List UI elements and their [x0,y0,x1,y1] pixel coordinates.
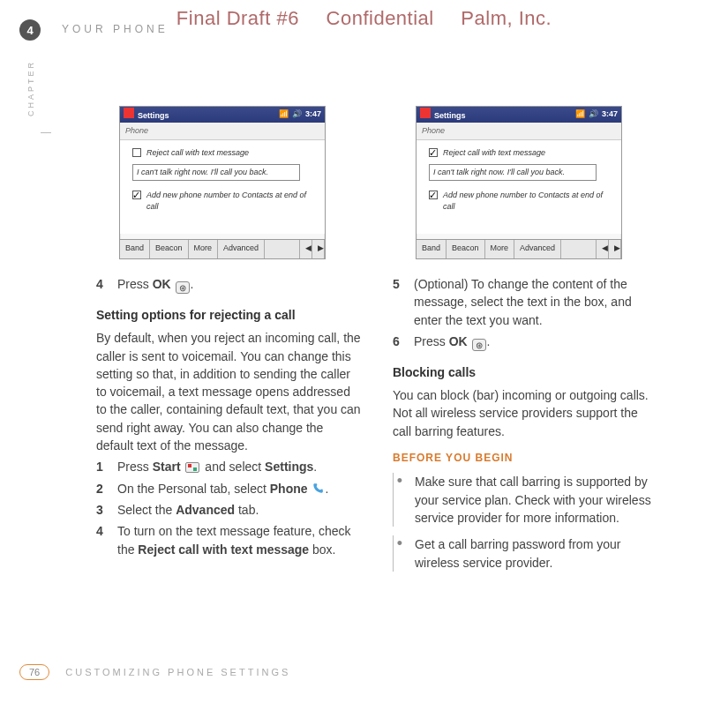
speaker-icon: 🔊 [589,108,598,120]
ss-time: 3:47 [602,108,618,120]
chapter-number-badge: 4 [19,19,41,41]
bullet-2: • Get a call barring password from your … [393,535,657,572]
ss-titlebar: Settings 📶🔊3:47 [120,107,325,123]
start-flag-icon [185,462,199,473]
tab-scroll-left-icon: ◀ [597,240,609,258]
bullet-1: • Make sure that call barring is support… [393,473,657,527]
ss-tabs: Band Beacon More Advanced ◀ ▶ [120,239,325,258]
reject-checkbox-checked [429,148,438,157]
side-tick [41,132,51,133]
tab-scroll-left-icon: ◀ [300,240,312,258]
page-footer: 76 CUSTOMIZING PHONE SETTINGS [19,664,290,680]
ss-tabs: Band Beacon More Advanced ◀ ▶ [417,239,621,258]
section-header: YOUR PHONE [62,23,169,35]
watermark-a: Final Draft #6 [176,7,299,29]
signal-icon: 📶 [279,108,289,120]
page-number-badge: 76 [19,664,49,680]
tab-scroll-right-icon: ▶ [312,240,325,258]
add-contact-label: Add new phone number to Contacts at end … [146,190,312,213]
before-you-begin-label: BEFORE YOU BEGIN [393,451,657,466]
signal-icon: 📶 [575,108,585,120]
para-rejecting-call: By default, when you reject an incoming … [96,329,361,454]
subhead-rejecting-call: Setting options for rejecting a call [96,306,361,324]
para-blocking-calls: You can block (bar) incoming or outgoing… [393,386,657,440]
reject-text-input: I can't talk right now. I'll call you ba… [429,164,597,181]
tab-band: Band [120,240,150,258]
screenshot-left: Settings 📶🔊3:47 Phone Reject call with t… [119,106,326,259]
ss-title-text: Settings [138,111,169,120]
step-text: Press OK ⊛. [117,275,361,294]
tab-spacer [265,240,300,258]
screenshot-right: Settings 📶🔊3:47 Phone Reject call with t… [416,106,622,259]
add-contact-checkbox-checked [132,191,141,199]
chapter-side-label: CHAPTER [26,60,35,116]
step-3: 3 Select the Advanced tab. [96,501,361,519]
tab-advanced: Advanced [514,240,561,258]
ss-title-text: Settings [434,111,466,120]
reject-label: Reject call with text message [146,147,249,159]
step-4-reject: 4 To turn on the text message feature, c… [96,522,361,558]
speaker-icon: 🔊 [292,108,302,120]
tab-more: More [485,240,515,258]
step-1: 1 Press Start and select Settings. [96,458,361,475]
add-contact-checkbox-checked [429,191,438,199]
tab-advanced: Advanced [218,240,265,258]
ss-body: Reject call with text message I can't ta… [417,140,621,234]
ok-button-icon: ⊛ [472,339,486,351]
step-4-ok: 4 Press OK ⊛. [96,275,361,294]
subhead-blocking-calls: Blocking calls [393,363,657,381]
tab-band: Band [417,240,447,258]
step-5: 5 (Optional) To change the content of th… [393,275,657,329]
step-number: 4 [96,275,109,294]
step-6: 6 Press OK ⊛. [393,333,657,351]
watermark-c: Palm, Inc. [461,7,552,29]
reject-text-input: I can't talk right now. I'll call you ba… [132,164,300,181]
footer-text: CUSTOMIZING PHONE SETTINGS [65,667,290,677]
bullet-icon: • [394,473,406,527]
bullet-icon: • [394,535,406,572]
ss-time: 3:47 [305,108,321,120]
right-column: Settings 📶🔊3:47 Phone Reject call with t… [393,97,657,580]
windows-flag-icon [420,108,431,118]
left-column: Settings 📶🔊3:47 Phone Reject call with t… [96,97,361,580]
tab-spacer [561,240,597,258]
content-columns: Settings 📶🔊3:47 Phone Reject call with t… [96,97,679,580]
add-contact-label: Add new phone number to Contacts at end … [443,190,609,213]
step-2: 2 On the Personal tab, select Phone . [96,480,361,497]
tab-more: More [189,240,219,258]
ss-subheader: Phone [417,123,621,140]
tab-beacon: Beacon [150,240,189,258]
tab-scroll-right-icon: ▶ [609,240,621,258]
ok-button-icon: ⊛ [176,281,190,294]
tab-beacon: Beacon [447,240,485,258]
reject-checkbox-unchecked [132,148,141,157]
windows-flag-icon [124,108,134,118]
reject-label: Reject call with text message [443,147,545,159]
phone-icon [311,482,324,495]
ss-titlebar: Settings 📶🔊3:47 [417,107,621,123]
watermark-b: Confidential [326,7,434,29]
ss-body: Reject call with text message I can't ta… [120,140,325,234]
ss-subheader: Phone [120,123,325,140]
